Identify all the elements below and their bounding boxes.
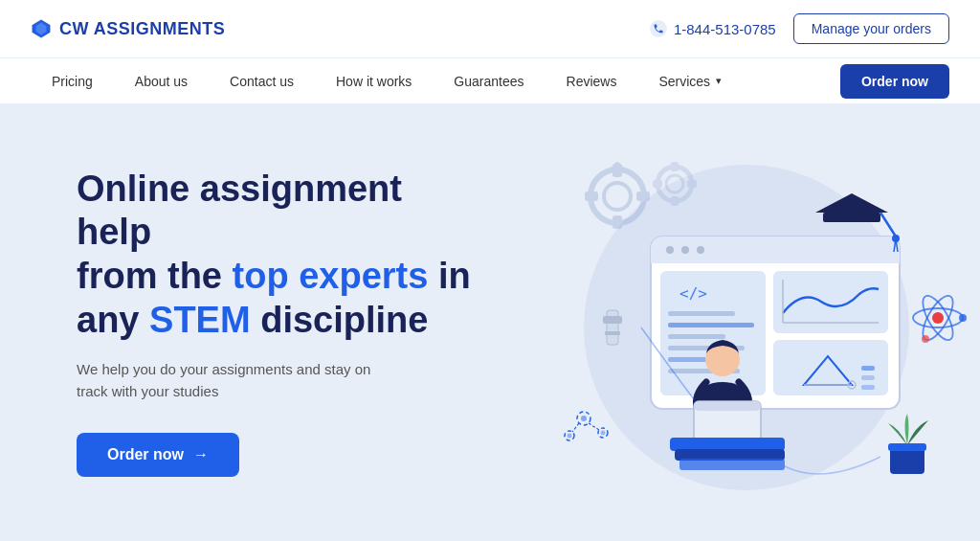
svg-text:</>: </>: [679, 284, 707, 303]
svg-rect-6: [612, 215, 622, 229]
hero-title: Online assignment help from the top expe…: [77, 168, 479, 342]
svg-point-21: [681, 246, 689, 254]
svg-point-4: [604, 183, 631, 210]
main-nav: Pricing About us Contact us How it works…: [0, 57, 980, 103]
phone-area[interactable]: 1-844-513-0785: [650, 20, 776, 37]
svg-rect-27: [668, 334, 725, 339]
svg-point-63: [959, 314, 967, 322]
svg-rect-31: [773, 271, 888, 333]
svg-point-22: [697, 246, 704, 254]
svg-point-3: [590, 169, 644, 223]
site-header: CW ASSIGNMENTS 1-844-513-0785 Manage you…: [0, 0, 980, 57]
header-right: 1-844-513-0785 Manage your orders: [650, 13, 949, 44]
logo[interactable]: CW ASSIGNMENTS: [31, 18, 225, 39]
svg-rect-16: [687, 180, 697, 188]
svg-rect-51: [823, 213, 880, 222]
svg-point-64: [922, 335, 929, 343]
svg-rect-75: [605, 331, 620, 335]
svg-line-69: [572, 423, 579, 432]
svg-rect-74: [603, 316, 622, 324]
svg-rect-40: [861, 385, 875, 390]
hero-illustration: </>: [479, 103, 976, 541]
svg-point-71: [601, 430, 606, 435]
order-now-nav-button[interactable]: Order now: [840, 64, 949, 99]
nav-item-pricing[interactable]: Pricing: [31, 58, 114, 104]
svg-rect-39: [861, 375, 875, 380]
svg-point-59: [932, 312, 944, 324]
hero-illustration-svg: </>: [479, 141, 976, 505]
svg-point-20: [666, 246, 674, 254]
svg-line-53: [880, 213, 896, 237]
svg-rect-46: [694, 401, 761, 411]
svg-rect-50: [679, 459, 785, 470]
nav-item-guarantees[interactable]: Guarantees: [433, 58, 545, 104]
svg-rect-23: [660, 271, 766, 395]
svg-rect-8: [636, 192, 650, 201]
svg-rect-73: [607, 310, 618, 345]
nav-item-how-it-works[interactable]: How it works: [315, 58, 433, 104]
nav-item-contact[interactable]: Contact us: [209, 58, 315, 104]
svg-point-70: [581, 416, 587, 421]
svg-rect-57: [890, 447, 924, 474]
svg-rect-25: [668, 311, 735, 316]
svg-rect-7: [585, 192, 598, 201]
svg-rect-26: [668, 323, 754, 327]
arrow-icon: →: [193, 446, 209, 463]
services-chevron-icon: ▾: [716, 75, 722, 87]
phone-icon: [650, 20, 667, 37]
manage-orders-button[interactable]: Manage your orders: [793, 13, 949, 44]
svg-rect-15: [653, 180, 662, 188]
svg-point-72: [568, 433, 572, 438]
nav-item-reviews[interactable]: Reviews: [546, 58, 638, 104]
svg-rect-48: [670, 438, 785, 451]
svg-line-68: [589, 423, 599, 430]
order-now-hero-button[interactable]: Order now →: [77, 433, 239, 477]
svg-rect-38: [861, 366, 875, 371]
logo-text: CW ASSIGNMENTS: [59, 19, 225, 39]
phone-number: 1-844-513-0785: [674, 21, 776, 37]
nav-item-services[interactable]: Services ▾: [637, 58, 743, 104]
nav-item-about[interactable]: About us: [114, 58, 209, 104]
hero-content: Online assignment help from the top expe…: [77, 168, 479, 477]
svg-rect-13: [671, 162, 679, 171]
hero-subtitle: We help you do your assignments and stay…: [77, 359, 383, 402]
logo-icon: [31, 18, 52, 39]
svg-rect-14: [671, 196, 679, 206]
hero-section: Online assignment help from the top expe…: [0, 103, 980, 541]
